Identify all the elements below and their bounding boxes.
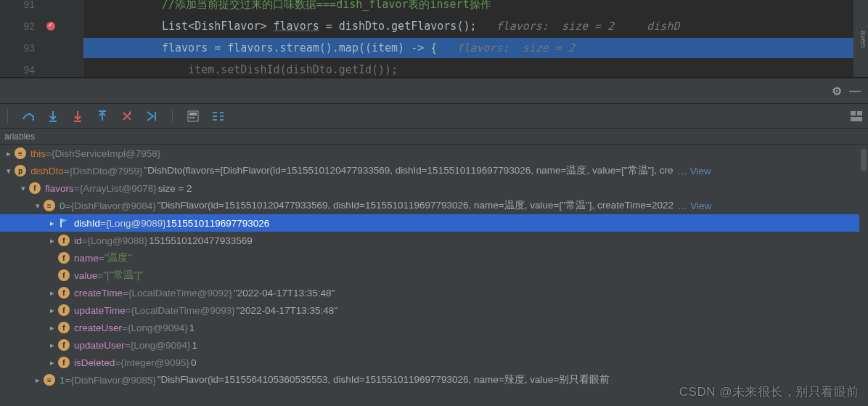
svg-rect-17	[851, 117, 862, 121]
code-line-94: item.setDishId(dishDto.getId());	[83, 60, 868, 78]
param-badge-icon: p	[15, 165, 26, 176]
svg-rect-1	[74, 121, 81, 122]
variable-row-name[interactable]: ▸ f name = "温度"	[0, 249, 868, 267]
svg-rect-10	[213, 115, 217, 117]
svg-rect-16	[857, 111, 862, 115]
view-link[interactable]: … View	[677, 166, 711, 176]
field-badge-icon: f	[58, 304, 70, 316]
variable-row-id[interactable]: ▸ f id = {Long@9088} 1515510120477933569	[0, 232, 868, 249]
variable-row-createtime[interactable]: ▸ f createTime = {LocalDateTime@9092} "2…	[0, 284, 868, 301]
evaluate-expression-icon[interactable]	[187, 110, 199, 122]
variable-row-updatetime[interactable]: ▸ f updateTime = {LocalDateTime@9093} "2…	[0, 301, 868, 319]
code-line-93-current: flavors = flavors.stream().map((item) ->…	[83, 38, 868, 58]
field-badge-icon: f	[58, 322, 70, 333]
field-badge-icon: f	[58, 357, 70, 368]
line-number: 94	[0, 64, 44, 76]
force-step-into-icon[interactable]	[72, 110, 83, 122]
variables-header: ariables	[0, 129, 868, 145]
expand-icon[interactable]: ▸	[46, 323, 58, 333]
field-badge-icon: f	[58, 252, 70, 264]
svg-rect-14	[220, 119, 224, 121]
variable-row-dishdto[interactable]: ▾ p dishDto = {DishDto@7959} "DishDto(fl…	[0, 162, 868, 179]
inlay-hint: flavors: size = 2	[437, 41, 575, 54]
debug-toolbar: I	[0, 104, 868, 129]
variable-row-index1[interactable]: ▸ ≡ 1 = {DishFlavor@9085} "DishFlavor(id…	[0, 371, 868, 389]
variable-row-createuser[interactable]: ▸ f createUser = {Long@9094} 1	[0, 319, 868, 336]
variable-row-index0[interactable]: ▾ ≡ 0 = {DishFlavor@9084} "DishFlavor(id…	[0, 197, 868, 214]
gutter-line-92[interactable]: 92	[0, 16, 83, 36]
separator	[172, 109, 173, 123]
expand-icon[interactable]: ▸	[32, 375, 44, 385]
svg-rect-18	[60, 219, 62, 227]
field-badge-icon: f	[58, 269, 70, 281]
expand-icon[interactable]: ▸	[46, 219, 58, 228]
svg-rect-15	[851, 111, 856, 115]
step-out-icon[interactable]	[97, 110, 108, 122]
variables-panel[interactable]: ▸ ≡ this = {DishServiceImpl@7958} ▾ p di…	[0, 145, 868, 406]
svg-rect-8	[192, 117, 195, 118]
gutter-line-91[interactable]: 91	[0, 0, 83, 15]
run-to-cursor-icon[interactable]	[146, 110, 157, 122]
svg-text:I: I	[129, 110, 131, 116]
gear-icon[interactable]: ⚙	[832, 84, 842, 98]
svg-rect-7	[189, 117, 192, 118]
expand-icon[interactable]: ▸	[46, 358, 58, 368]
line-number: 92	[0, 20, 44, 32]
collapse-icon[interactable]: ▾	[3, 166, 15, 176]
expand-icon[interactable]: ▸	[46, 236, 58, 245]
field-badge-icon: f	[58, 235, 70, 246]
svg-rect-0	[49, 121, 57, 122]
collapse-icon[interactable]: ▾	[17, 184, 29, 193]
svg-rect-11	[213, 119, 217, 121]
line-number: 91	[0, 0, 44, 10]
code-area[interactable]: //添加当前提交过来的口味数据===dish_flavor表的insert操作 …	[83, 0, 868, 77]
object-badge-icon: ≡	[15, 147, 26, 159]
field-badge-icon: f	[58, 339, 70, 351]
variable-row-flavors[interactable]: ▾ f flavors = {ArrayList@9078} size = 2	[0, 179, 868, 197]
svg-rect-9	[213, 112, 217, 113]
editor-gutter: 91 92 93 94	[0, 0, 83, 77]
debug-panel-header: ⚙ —	[0, 78, 868, 104]
collapse-icon[interactable]: ▾	[32, 201, 44, 211]
variable-row-updateuser[interactable]: ▸ f updateUser = {Long@9094} 1	[0, 336, 868, 354]
step-into-icon[interactable]	[47, 110, 59, 122]
flag-icon	[58, 217, 70, 229]
layout-settings-icon[interactable]	[851, 110, 862, 122]
step-over-icon[interactable]	[22, 110, 34, 122]
svg-rect-12	[220, 112, 224, 113]
field-badge-icon: f	[29, 182, 41, 194]
code-line-92: List<DishFlavor> flavors = dishDto.getFl…	[83, 16, 868, 36]
expand-icon[interactable]: ▸	[46, 341, 58, 350]
variable-row-this[interactable]: ▸ ≡ this = {DishServiceImpl@7958}	[0, 145, 868, 162]
trace-current-stream-icon[interactable]	[212, 110, 224, 122]
minimize-icon[interactable]: —	[849, 84, 861, 97]
drop-frame-icon[interactable]: I	[121, 110, 133, 122]
scrollbar-thumb[interactable]	[861, 149, 867, 171]
expand-icon[interactable]: ▸	[46, 306, 58, 315]
editor-panel: 91 92 93 94 //添加当前提交过来的口味数据===dish_flavo…	[0, 0, 868, 78]
line-number: 93	[0, 42, 44, 54]
svg-rect-2	[99, 110, 106, 112]
svg-rect-6	[189, 113, 197, 115]
field-badge-icon: f	[58, 287, 70, 299]
variable-row-value[interactable]: ▸ f value = "["常温"]"	[0, 267, 868, 284]
gutter-line-94[interactable]: 94	[0, 60, 83, 78]
variable-row-isdeleted[interactable]: ▸ f isDeleted = {Integer@9095} 0	[0, 354, 868, 371]
gutter-line-93[interactable]: 93	[0, 38, 83, 58]
expand-icon[interactable]: ▸	[3, 149, 15, 158]
scrollbar[interactable]	[859, 145, 868, 406]
svg-rect-13	[220, 115, 224, 117]
view-link[interactable]: … View	[678, 200, 711, 211]
side-tool-tab[interactable]: aven	[853, 0, 868, 78]
code-line-91: //添加当前提交过来的口味数据===dish_flavor表的insert操作	[83, 0, 868, 15]
separator	[7, 109, 8, 123]
object-badge-icon: ≡	[44, 200, 55, 211]
expand-icon[interactable]: ▸	[46, 288, 58, 298]
object-badge-icon: ≡	[44, 374, 55, 386]
inlay-hint: flavors: size = 2 dishD	[477, 20, 680, 33]
svg-rect-4	[155, 112, 156, 121]
variable-row-dishid-selected[interactable]: ▸ dishId = {Long@9089} 15155101196977930…	[0, 214, 868, 232]
breakpoint-icon[interactable]	[46, 22, 55, 31]
